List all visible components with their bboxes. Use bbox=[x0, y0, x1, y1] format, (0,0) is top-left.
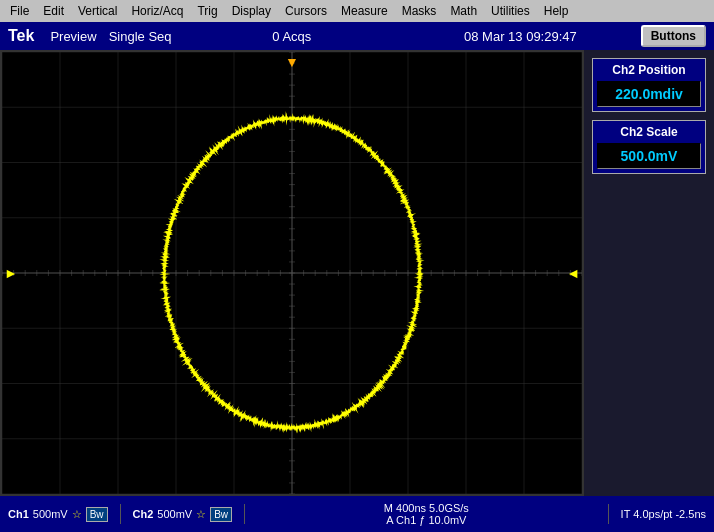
menu-cursors[interactable]: Cursors bbox=[279, 2, 333, 20]
m-status-section: M 400ns 5.0GS/s A Ch1 ƒ 10.0mV bbox=[257, 502, 596, 526]
ch2-scale-box: Ch2 Scale 500.0mV bbox=[592, 120, 706, 174]
menu-math[interactable]: Math bbox=[444, 2, 483, 20]
ch2-arrow-right: ◄ bbox=[566, 265, 580, 281]
ch2-label: Ch2 bbox=[133, 508, 154, 520]
menu-masks[interactable]: Masks bbox=[396, 2, 443, 20]
divider1 bbox=[120, 504, 121, 524]
menu-file[interactable]: File bbox=[4, 2, 35, 20]
mode-label: Single Seq bbox=[109, 29, 172, 44]
buttons-button[interactable]: Buttons bbox=[641, 25, 706, 47]
menu-bar: File Edit Vertical Horiz/Acq Trig Displa… bbox=[0, 0, 714, 22]
scope-screen: ▼ ► ◄ bbox=[0, 50, 584, 496]
status-bar: Ch1 500mV ☆ Bw Ch2 500mV ☆ Bw M 400ns 5.… bbox=[0, 496, 714, 532]
ch1-sym: ☆ bbox=[72, 508, 82, 521]
brand-label: Tek bbox=[8, 27, 34, 45]
menu-vertical[interactable]: Vertical bbox=[72, 2, 123, 20]
ch2-position-box: Ch2 Position 220.0mdiv bbox=[592, 58, 706, 112]
ch1-value: 500mV bbox=[33, 508, 68, 520]
ch2-scale-title: Ch2 Scale bbox=[597, 125, 701, 139]
divider2 bbox=[244, 504, 245, 524]
acqs-label: 0 Acqs bbox=[184, 29, 401, 44]
ch2-arrow-left: ► bbox=[4, 265, 18, 281]
preview-label: Preview bbox=[50, 29, 96, 44]
m-sub: A Ch1 ƒ 10.0mV bbox=[257, 514, 596, 526]
m-label: M 400ns 5.0GS/s bbox=[257, 502, 596, 514]
menu-measure[interactable]: Measure bbox=[335, 2, 394, 20]
ch1-label: Ch1 bbox=[8, 508, 29, 520]
ch2-value: 500mV bbox=[157, 508, 192, 520]
ch1-status-group: Ch1 500mV ☆ Bw bbox=[8, 507, 108, 522]
menu-utilities[interactable]: Utilities bbox=[485, 2, 536, 20]
menu-trig[interactable]: Trig bbox=[191, 2, 223, 20]
datetime-label: 08 Mar 13 09:29:47 bbox=[412, 29, 629, 44]
right-panel: Ch2 Position 220.0mdiv Ch2 Scale 500.0mV bbox=[584, 50, 714, 496]
ch2-position-value: 220.0mdiv bbox=[597, 81, 701, 107]
divider3 bbox=[608, 504, 609, 524]
trigger-arrow-top: ▼ bbox=[285, 54, 299, 70]
ch2-sym: ☆ bbox=[196, 508, 206, 521]
ch2-bw: Bw bbox=[210, 507, 232, 522]
it-status: IT 4.0ps/pt -2.5ns bbox=[621, 508, 706, 520]
wave-canvas bbox=[2, 52, 582, 494]
menu-display[interactable]: Display bbox=[226, 2, 277, 20]
main-layout: ▼ ► ◄ Ch2 Position 220.0mdiv Ch2 Scale 5… bbox=[0, 50, 714, 496]
menu-horiz-acq[interactable]: Horiz/Acq bbox=[125, 2, 189, 20]
menu-edit[interactable]: Edit bbox=[37, 2, 70, 20]
ch2-position-title: Ch2 Position bbox=[597, 63, 701, 77]
info-bar: Tek Preview Single Seq 0 Acqs 08 Mar 13 … bbox=[0, 22, 714, 50]
ch2-scale-value: 500.0mV bbox=[597, 143, 701, 169]
ch1-bw: Bw bbox=[86, 507, 108, 522]
ch2-status-group: Ch2 500mV ☆ Bw bbox=[133, 507, 233, 522]
menu-help[interactable]: Help bbox=[538, 2, 575, 20]
